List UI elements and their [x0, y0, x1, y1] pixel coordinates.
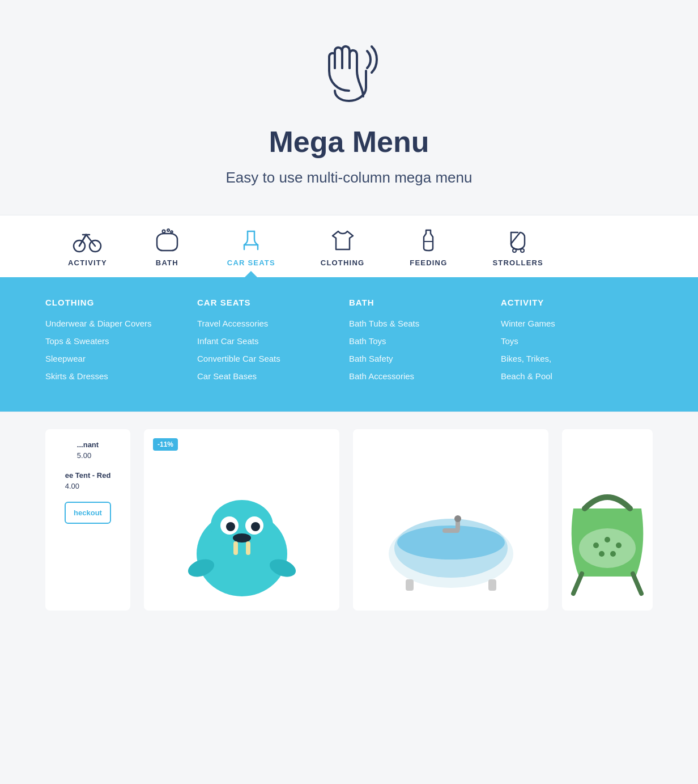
svg-point-2: [162, 230, 165, 233]
products-grid: ...nant 5.00 ee Tent - Red 4.00 heckout …: [45, 412, 653, 611]
megamenu-item-skirts[interactable]: Skirts & Dresses: [45, 371, 186, 381]
svg-point-32: [610, 551, 616, 557]
nav-label-clothing: CLOTHING: [321, 258, 364, 267]
nav-item-strollers[interactable]: STROLLERS: [470, 215, 566, 277]
svg-point-27: [579, 528, 636, 568]
megamenu-item-bikes[interactable]: Bikes, Trikes,: [501, 354, 641, 363]
cart-item-2-name: ee Tent - Red: [65, 471, 111, 480]
nav-item-bath[interactable]: BATH: [130, 215, 205, 277]
svg-point-31: [599, 551, 605, 557]
activity-icon: [73, 228, 102, 253]
nav-label-bath: BATH: [156, 258, 178, 267]
megamenu-item-travel[interactable]: Travel Accessories: [197, 319, 338, 328]
megamenu-item-infant[interactable]: Infant Car Seats: [197, 336, 338, 346]
discount-badge: -11%: [153, 438, 178, 451]
nav-item-activity[interactable]: ACTIVITY: [45, 215, 130, 277]
svg-line-33: [573, 574, 582, 594]
cart-item-2-price: 4.00: [65, 482, 111, 490]
svg-point-30: [616, 543, 622, 548]
cart-item-1: ...nant 5.00: [77, 440, 99, 471]
megamenu-item-beach[interactable]: Beach & Pool: [501, 371, 641, 381]
hero-title: Mega Menu: [269, 125, 429, 159]
nav-label-strollers: STROLLERS: [492, 258, 543, 267]
svg-point-14: [233, 533, 251, 543]
megamenu-title-activity: ACTIVITY: [501, 298, 641, 307]
products-section: ...nant 5.00 ee Tent - Red 4.00 heckout …: [0, 412, 698, 633]
svg-point-29: [605, 537, 610, 543]
nav-item-car-seats[interactable]: CAR SEATS: [205, 215, 298, 277]
bathtub-illustration: [372, 486, 530, 599]
checkout-button[interactable]: heckout: [65, 502, 111, 524]
megamenu-item-toys[interactable]: Toys: [501, 336, 641, 346]
nav-label-feeding: FEEDING: [410, 258, 447, 267]
cart-item-1-name: ...nant: [77, 440, 99, 449]
svg-point-12: [226, 522, 235, 531]
bathtub-product-card: [353, 429, 548, 611]
bouncer-product-card: [562, 429, 653, 611]
feeding-icon: [414, 228, 443, 253]
megamenu-item-bath-accessories[interactable]: Bath Accessories: [349, 371, 490, 381]
megamenu-title-bath: BATH: [349, 298, 490, 307]
svg-rect-23: [488, 579, 496, 591]
megamenu-title-car-seats: CAR SEATS: [197, 298, 338, 307]
svg-line-34: [633, 574, 641, 594]
megamenu-item-sleepwear[interactable]: Sleepwear: [45, 354, 186, 363]
hero-icon: [312, 34, 386, 108]
nav-label-car-seats: CAR SEATS: [227, 258, 275, 267]
cart-overlay-card: ...nant 5.00 ee Tent - Red 4.00 heckout: [45, 429, 130, 611]
mega-menu-column-car-seats: CAR SEATS Travel Accessories Infant Car …: [197, 298, 349, 389]
svg-rect-22: [406, 579, 414, 591]
mega-menu-column-bath: BATH Bath Tubs & Seats Bath Toys Bath Sa…: [349, 298, 501, 389]
megamenu-item-bath-tubs[interactable]: Bath Tubs & Seats: [349, 319, 490, 328]
mega-menu-column-clothing: CLOTHING Underwear & Diaper Covers Tops …: [45, 298, 197, 389]
megamenu-item-convertible[interactable]: Convertible Car Seats: [197, 354, 338, 363]
strollers-icon: [503, 228, 533, 253]
nav-item-feeding[interactable]: FEEDING: [387, 215, 470, 277]
svg-point-7: [521, 249, 524, 252]
navbar: ACTIVITY BATH: [0, 215, 698, 412]
megamenu-item-winter[interactable]: Winter Games: [501, 319, 641, 328]
megamenu-item-bases[interactable]: Car Seat Bases: [197, 371, 338, 381]
megamenu-item-bath-toys[interactable]: Bath Toys: [349, 336, 490, 346]
hero-subtitle: Easy to use multi-column mega menu: [226, 169, 473, 187]
megamenu-item-tops[interactable]: Tops & Sweaters: [45, 336, 186, 346]
svg-point-3: [167, 229, 169, 231]
svg-point-9: [211, 500, 273, 551]
svg-point-6: [513, 249, 516, 252]
nav-item-clothing[interactable]: CLOTHING: [298, 215, 387, 277]
hero-section: Mega Menu Easy to use multi-column mega …: [0, 0, 698, 215]
megamenu-title-clothing: CLOTHING: [45, 298, 186, 307]
walrus-product-card: -11%: [144, 429, 339, 611]
megamenu-item-underwear[interactable]: Underwear & Diaper Covers: [45, 319, 186, 328]
walrus-illustration: [185, 469, 299, 599]
mega-menu: CLOTHING Underwear & Diaper Covers Tops …: [0, 277, 698, 412]
svg-point-13: [251, 522, 260, 531]
bouncer-illustration: [562, 474, 653, 599]
nav-items: ACTIVITY BATH: [0, 215, 698, 277]
megamenu-item-bath-safety[interactable]: Bath Safety: [349, 354, 490, 363]
svg-point-28: [593, 543, 599, 548]
car-seats-icon: [236, 228, 266, 253]
cart-item-1-price: 5.00: [77, 451, 99, 460]
svg-rect-16: [246, 541, 250, 555]
svg-point-26: [454, 515, 461, 522]
clothing-icon: [328, 228, 357, 253]
svg-point-4: [171, 231, 173, 233]
cart-item-2: ee Tent - Red 4.00: [65, 471, 111, 502]
bath-icon: [152, 228, 182, 253]
svg-rect-15: [233, 541, 238, 555]
nav-label-activity: ACTIVITY: [68, 258, 107, 267]
mega-menu-column-activity: ACTIVITY Winter Games Toys Bikes, Trikes…: [501, 298, 653, 389]
